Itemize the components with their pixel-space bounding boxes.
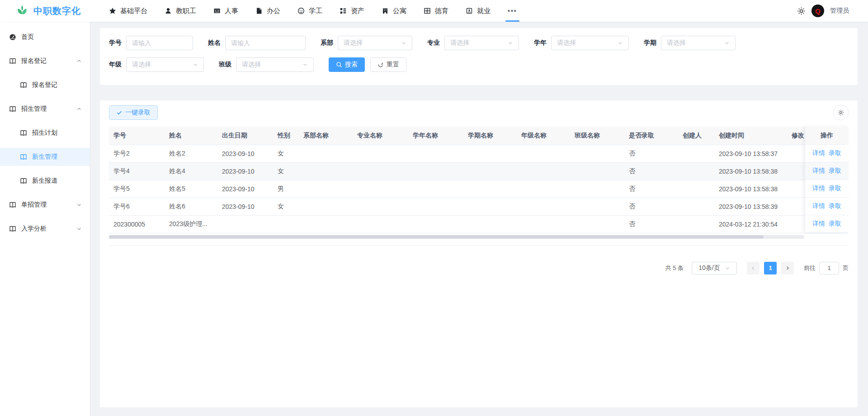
sidebar-item-admissions-group[interactable]: 招生管理 [0, 100, 90, 118]
detail-link[interactable]: 详情 [812, 202, 825, 210]
book-icon [20, 177, 27, 184]
nav-item-more[interactable]: ••• [499, 0, 526, 22]
cell-school-year [408, 198, 463, 215]
column-header: 班级名称 [570, 127, 624, 145]
table-row[interactable]: 学号4 姓名4 2023-09-10 女 否 [109, 162, 848, 180]
nav-item-employment[interactable]: 就业 [457, 0, 499, 22]
chevron-down-icon [76, 226, 82, 232]
cell-school-year [408, 162, 463, 180]
goto-page-input[interactable] [819, 262, 839, 274]
sidebar-item-registration[interactable]: 报名登记 [0, 76, 90, 94]
nav-item-staff[interactable]: 教职工 [156, 0, 205, 22]
cell-gender: 女 [273, 198, 299, 215]
sidebar-item-freshman-checkin[interactable]: 新生报道 [0, 172, 90, 190]
chevron-down-icon [618, 40, 623, 46]
fixed-operation-column: 操作 详情 录取 详情 录取 详情 录取 详情 录取 [805, 127, 849, 233]
row-actions: 详情 录取 [805, 180, 849, 198]
detail-link[interactable]: 详情 [812, 149, 825, 157]
settings-gear-icon[interactable] [797, 7, 806, 15]
sidebar-item-registration-group[interactable]: 报名登记 [0, 52, 90, 70]
sidebar-item-home[interactable]: 首页 [0, 28, 90, 46]
brand[interactable]: 中职数字化 [0, 4, 90, 18]
admit-link[interactable]: 录取 [829, 220, 841, 228]
nav-item-office[interactable]: 办公 [247, 0, 289, 22]
select-placeholder: 请选择 [242, 61, 261, 69]
avatar[interactable]: Q [811, 5, 824, 17]
student-icon [297, 7, 305, 14]
reset-button[interactable]: 重置 [370, 57, 406, 72]
refresh-icon [377, 61, 384, 68]
nav-item-hr[interactable]: 人事 [205, 0, 247, 22]
nav-item-label: 就业 [477, 7, 491, 15]
sidebar-item-label: 新生报道 [32, 177, 82, 185]
book-icon [9, 201, 16, 208]
sidebar-item-single-admission[interactable]: 单招管理 [0, 196, 90, 214]
asset-icon [340, 7, 347, 14]
nav-item-label: 资产 [351, 7, 364, 15]
student-id-input[interactable] [126, 36, 193, 50]
class-select[interactable]: 请选择 [236, 57, 314, 72]
column-settings-button[interactable] [833, 105, 849, 120]
cell-grade [517, 180, 570, 198]
admit-link[interactable]: 录取 [829, 202, 841, 210]
cell-created: 2023-09-10 13:58:39 [714, 198, 787, 215]
dashboard-icon [9, 33, 16, 41]
detail-link[interactable]: 详情 [812, 220, 825, 228]
name-input[interactable] [225, 36, 306, 50]
cell-class [570, 215, 624, 233]
school-year-select[interactable]: 请选择 [551, 36, 629, 50]
cell-class [570, 180, 624, 198]
search-button[interactable]: 搜索 [329, 57, 365, 72]
semester-select[interactable]: 请选择 [661, 36, 736, 50]
table-row[interactable]: 学号6 姓名6 2023-09-10 女 否 [109, 198, 848, 215]
sidebar-item-freshman-management[interactable]: 新生管理 [0, 148, 90, 166]
department-select[interactable]: 请选择 [338, 36, 412, 50]
admit-link[interactable]: 录取 [829, 149, 841, 157]
cell-admitted: 否 [624, 180, 678, 198]
field-grade: 年级 请选择 [109, 57, 204, 72]
cell-major [353, 145, 408, 162]
detail-link[interactable]: 详情 [812, 184, 825, 193]
batch-admit-button[interactable]: 一键录取 [109, 105, 158, 120]
person-icon [165, 7, 172, 14]
table-row[interactable]: 学号2 姓名2 2023-09-10 女 否 [109, 145, 848, 162]
current-page[interactable]: 1 [764, 262, 777, 274]
admit-link[interactable]: 录取 [829, 167, 841, 175]
nav-item-assets[interactable]: 资产 [331, 0, 373, 22]
grade-select[interactable]: 请选择 [126, 57, 204, 72]
horizontal-scrollbar[interactable] [109, 235, 804, 239]
cell-grade [517, 162, 570, 180]
nav-item-label: 基础平台 [120, 7, 147, 15]
sidebar-item-enrollment-analysis[interactable]: 入学分析 [0, 220, 90, 238]
sidebar-item-admission-plan[interactable]: 招生计划 [0, 124, 90, 142]
sidebar-item-label: 报名登记 [32, 81, 82, 89]
scrollbar-thumb[interactable] [109, 235, 764, 239]
chevron-down-icon [302, 62, 308, 67]
next-page-button[interactable] [781, 262, 794, 274]
chevron-right-icon [785, 265, 790, 271]
goto-prefix: 前往 [804, 264, 816, 272]
table-header-row: 学号 姓名 出生日期 性别 系部名称 专业名称 学年名称 学期名称 年级名称 班… [109, 127, 848, 145]
cell-grade [517, 145, 570, 162]
column-header: 出生日期 [217, 127, 273, 145]
major-select[interactable]: 请选择 [444, 36, 519, 50]
table-row[interactable]: 学号5 姓名5 2023-09-10 男 否 [109, 180, 848, 198]
cell-major [353, 180, 408, 198]
chevron-down-icon [401, 40, 406, 46]
cell-name: 姓名5 [165, 180, 217, 198]
page-size-select[interactable]: 10条/页 [692, 262, 737, 274]
chevron-down-icon [725, 265, 730, 271]
table-row[interactable]: 202300005 2023级护理... 否 [109, 215, 848, 233]
page-size-value: 10条/页 [698, 264, 720, 272]
nav-item-base-platform[interactable]: 基础平台 [100, 0, 156, 22]
nav-item-student-affairs[interactable]: 学工 [289, 0, 331, 22]
search-icon [336, 61, 342, 68]
chevron-down-icon [508, 40, 513, 46]
prev-page-button[interactable] [747, 262, 760, 274]
reset-button-label: 重置 [387, 61, 399, 69]
nav-item-apartment[interactable]: 公寓 [373, 0, 415, 22]
detail-link[interactable]: 详情 [812, 167, 825, 175]
nav-item-moral-education[interactable]: 德育 [415, 0, 457, 22]
admit-link[interactable]: 录取 [829, 184, 841, 193]
sidebar-item-label: 报名登记 [21, 57, 76, 65]
